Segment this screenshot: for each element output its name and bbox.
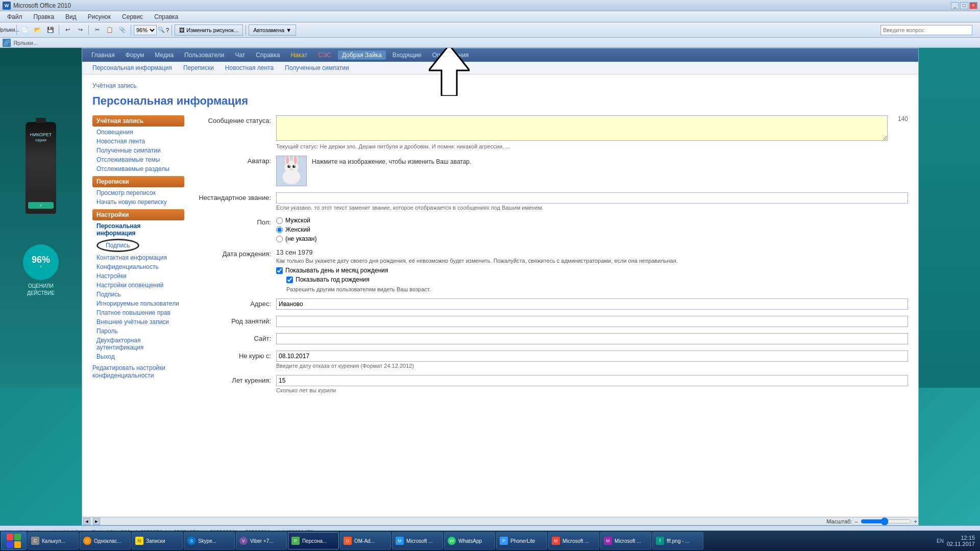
- nav-chat[interactable]: Чат: [231, 51, 249, 60]
- avatar-image[interactable]: [276, 156, 307, 186]
- sidebar-settings[interactable]: Настройки: [92, 271, 184, 281]
- show-birth-year-check[interactable]: [286, 277, 293, 283]
- toolbar-paste[interactable]: 📎: [117, 24, 128, 36]
- nav-notifications[interactable]: Оповещения: [428, 51, 473, 60]
- no-smoke-input[interactable]: [276, 350, 908, 362]
- task-persona[interactable]: P Персона...: [288, 532, 339, 549]
- sidebar-signature2[interactable]: Подпись: [92, 290, 184, 299]
- autoreplace-button[interactable]: Автозамена ▼: [249, 24, 296, 36]
- sidebar-newsfeed[interactable]: Новостная лента: [92, 137, 184, 146]
- task-notes[interactable]: N Записки: [132, 532, 183, 549]
- sidebar-likes[interactable]: Полученные симпатии: [92, 146, 184, 155]
- sub-news-feed[interactable]: Новостная лента: [220, 63, 279, 72]
- edit-privacy-link[interactable]: Редактировать настройки конфиденциальнос…: [92, 364, 165, 379]
- sidebar-notifications[interactable]: Оповещения: [92, 128, 184, 137]
- menu-service[interactable]: Сервис: [119, 13, 146, 21]
- sidebar-personal-info[interactable]: Персональная информация: [92, 221, 184, 238]
- gender-female[interactable]: Женский: [276, 226, 908, 233]
- menu-draw[interactable]: Рисунок: [85, 13, 114, 21]
- menu-edit[interactable]: Правка: [31, 13, 58, 21]
- sidebar-privacy[interactable]: Конфиденциальность: [92, 262, 184, 271]
- status-textarea[interactable]: [276, 115, 888, 141]
- toolbar-save[interactable]: 💾: [45, 24, 56, 36]
- task-om-ad[interactable]: O OM-Ad...: [340, 532, 391, 549]
- site-input[interactable]: [276, 333, 908, 344]
- menu-file[interactable]: Файл: [4, 13, 26, 21]
- toolbar-shortcut[interactable]: Ярлыки...: [3, 24, 14, 36]
- search-box[interactable]: [880, 25, 977, 35]
- sidebar-view-messages[interactable]: Просмотр переписок: [92, 188, 184, 197]
- sidebar-notif-settings[interactable]: Настройки оповещений: [92, 281, 184, 290]
- nav-nakat[interactable]: Накат: [286, 51, 311, 60]
- zoom-plus[interactable]: +: [914, 518, 917, 524]
- toolbar-new[interactable]: 📄: [19, 24, 31, 36]
- sidebar-external-accounts[interactable]: Внешние учётные записи: [92, 317, 184, 327]
- sidebar-tracked-topics[interactable]: Отслеживаемые темы: [92, 155, 184, 164]
- menu-view[interactable]: Вид: [62, 13, 80, 21]
- zoom-control[interactable]: 96% 🔍 ?: [134, 25, 169, 35]
- nav-home[interactable]: Главная: [87, 51, 119, 60]
- task-phonerlite[interactable]: P PhonerLite: [496, 532, 547, 549]
- sidebar-password[interactable]: Пароль: [92, 327, 184, 336]
- gender-male[interactable]: Мужской: [276, 217, 908, 224]
- nav-inbox[interactable]: Входящие: [388, 51, 426, 60]
- sidebar-2fa[interactable]: Двухфакторная аутентификация: [92, 336, 184, 352]
- smoke-years-input[interactable]: [276, 375, 908, 386]
- occupation-input[interactable]: [276, 316, 908, 327]
- toolbar-redo[interactable]: ↪: [75, 24, 86, 36]
- nav-help[interactable]: Справка: [252, 51, 284, 60]
- sidebar-section-messages[interactable]: Переписки: [92, 176, 184, 187]
- nav-ses[interactable]: СЭС: [314, 51, 335, 60]
- gender-unspecified-radio[interactable]: [276, 236, 283, 242]
- sidebar-signature[interactable]: Подпись: [92, 238, 184, 253]
- toolbar-copy[interactable]: 📋: [104, 24, 115, 36]
- breadcrumb-link[interactable]: Учётная запись: [92, 82, 137, 89]
- gender-female-radio[interactable]: [276, 227, 283, 233]
- task-fff[interactable]: f fff.png - ...: [652, 532, 703, 549]
- sidebar-premium[interactable]: Платное повышение прав: [92, 308, 184, 317]
- sidebar-contact-info[interactable]: Контактная информация: [92, 253, 184, 262]
- zoom-slider[interactable]: [861, 517, 912, 525]
- toolbar-cut[interactable]: ✂: [91, 24, 103, 36]
- task-viber[interactable]: V Viber +7...: [236, 532, 287, 549]
- scroll-next[interactable]: ►: [93, 518, 100, 525]
- show-birth-day-month-check[interactable]: [276, 267, 283, 274]
- nav-media[interactable]: Медиа: [151, 51, 178, 60]
- sidebar-new-message[interactable]: Начать новую переписку: [92, 197, 184, 207]
- menu-help[interactable]: Справка: [151, 13, 181, 21]
- custom-title-input[interactable]: [276, 192, 908, 204]
- sidebar-tracked-sections[interactable]: Отслеживаемые разделы: [92, 164, 184, 173]
- close-button[interactable]: ×: [969, 2, 977, 9]
- gender-male-radio[interactable]: [276, 217, 283, 224]
- task-calculator[interactable]: C Калькул...: [28, 532, 79, 549]
- sidebar-logout[interactable]: Выход: [92, 352, 184, 361]
- task-whatsapp[interactable]: W WhatsApp: [444, 532, 495, 549]
- nav-bunny[interactable]: Добрая Зайка: [338, 51, 386, 60]
- nav-users[interactable]: Пользователи: [180, 51, 228, 60]
- tray-lang[interactable]: EN: [936, 537, 944, 545]
- gender-unspecified[interactable]: (не указан): [276, 235, 908, 242]
- task-skype[interactable]: S Skype...: [184, 532, 235, 549]
- search-input[interactable]: [880, 25, 972, 35]
- maximize-button[interactable]: □: [960, 2, 968, 9]
- sub-likes[interactable]: Полученные симпатии: [280, 63, 354, 72]
- task-odnoklassniki[interactable]: O Одноклас...: [80, 532, 131, 549]
- minimize-button[interactable]: _: [951, 2, 959, 9]
- zoom-minus[interactable]: –: [854, 518, 857, 524]
- title-bar-controls[interactable]: _ □ ×: [951, 2, 980, 9]
- sidebar-section-settings[interactable]: Настройки: [92, 209, 184, 220]
- start-button[interactable]: [1, 532, 27, 550]
- task-microsoft1[interactable]: M Microsoft ...: [392, 532, 443, 549]
- nav-forum[interactable]: Форум: [121, 51, 148, 60]
- show-birth-day-month-label[interactable]: Показывать день и месяц рождения: [276, 267, 908, 274]
- sub-messages[interactable]: Переписки: [178, 63, 219, 72]
- address-input[interactable]: [276, 298, 908, 310]
- task-microsoft3[interactable]: M Microsoft ...: [600, 532, 651, 549]
- sidebar-section-account[interactable]: Учётная запись: [92, 115, 184, 127]
- sub-personal-info[interactable]: Персональная информация: [87, 63, 177, 72]
- sidebar-ignored[interactable]: Игнорируемые пользователи: [92, 299, 184, 308]
- show-birth-year-label[interactable]: Показывать год рождения: [286, 276, 908, 283]
- scroll-prev[interactable]: ◄: [83, 518, 90, 525]
- change-image-button[interactable]: 🖼 Изменить рисунок...: [175, 24, 243, 36]
- toolbar-open[interactable]: 📂: [32, 24, 43, 36]
